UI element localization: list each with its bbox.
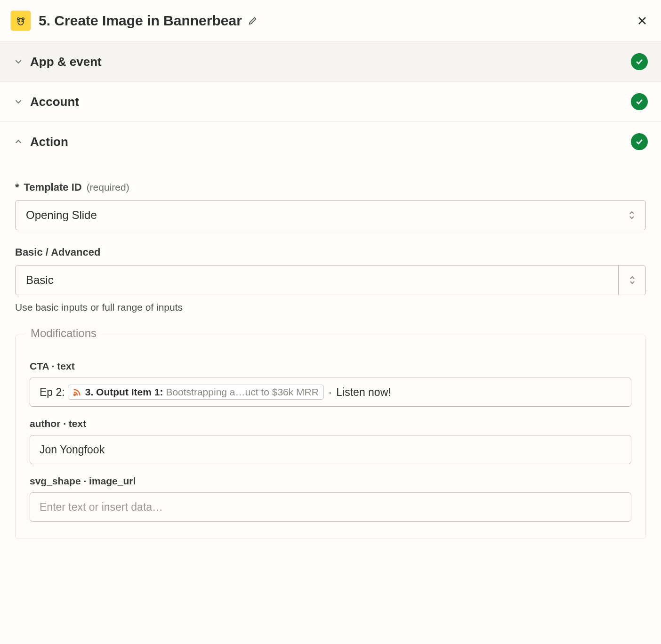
panel-title: 5. Create Image in Bannerbear xyxy=(39,13,242,29)
field-cta-text: CTA · text Ep 2: 3. Output Item 1: Boots… xyxy=(30,361,631,407)
mode-select[interactable]: Basic xyxy=(15,265,646,295)
fieldset-legend: Modifications xyxy=(26,327,101,340)
status-complete-icon xyxy=(631,93,648,110)
label-text: Basic / Advanced xyxy=(15,246,100,258)
edit-title-icon[interactable] xyxy=(248,16,258,26)
updown-icon xyxy=(628,274,637,286)
input-placeholder: Enter text or insert data… xyxy=(40,501,163,514)
field-label: * Template ID (required) xyxy=(15,181,646,193)
svg-point-4 xyxy=(22,18,24,20)
pill-value: Bootstrapping a…uct to $36k MRR xyxy=(166,386,319,398)
chevron-up-icon xyxy=(13,137,24,147)
section-title: App & event xyxy=(30,55,631,69)
select-value: Opening Slide xyxy=(16,201,618,230)
panel-header: 5. Create Image in Bannerbear xyxy=(0,0,661,42)
author-text-input[interactable]: Jon Yongfook xyxy=(30,435,631,464)
label-text: Template ID xyxy=(24,181,82,193)
section-title: Action xyxy=(30,135,631,149)
field-label: CTA · text xyxy=(30,361,631,372)
input-value: Jon Yongfook xyxy=(40,443,105,456)
field-author-text: author · text Jon Yongfook xyxy=(30,418,631,464)
svg-point-5 xyxy=(74,394,75,395)
svg-point-2 xyxy=(22,21,23,22)
field-mode: Basic / Advanced Basic Use basic inputs … xyxy=(15,246,646,313)
section-action[interactable]: Action xyxy=(0,122,661,161)
field-svg-shape: svg_shape · image_url Enter text or inse… xyxy=(30,475,631,522)
updown-icon xyxy=(628,209,636,221)
select-handle xyxy=(618,266,645,295)
cta-text-input[interactable]: Ep 2: 3. Output Item 1: Bootstrapping a…… xyxy=(30,378,631,407)
select-handle xyxy=(618,201,645,230)
template-id-select[interactable]: Opening Slide xyxy=(15,200,646,230)
data-pill[interactable]: 3. Output Item 1: Bootstrapping a…uct to… xyxy=(68,385,324,400)
status-complete-icon xyxy=(631,53,648,70)
text-prefix: Ep 2: xyxy=(40,386,65,399)
separator: · xyxy=(327,386,333,399)
modifications-fieldset: Modifications CTA · text Ep 2: 3. Output… xyxy=(15,335,646,539)
text-suffix: Listen now! xyxy=(336,386,391,399)
action-body: * Template ID (required) Opening Slide B… xyxy=(0,161,661,558)
status-complete-icon xyxy=(631,133,648,150)
field-label: Basic / Advanced xyxy=(15,246,646,258)
rss-icon xyxy=(72,387,82,397)
svg-shape-input[interactable]: Enter text or insert data… xyxy=(30,492,631,522)
pill-title: 3. Output Item 1: xyxy=(85,386,163,398)
chevron-down-icon xyxy=(13,97,24,107)
help-text: Use basic inputs or full range of inputs xyxy=(15,302,646,313)
field-label: author · text xyxy=(30,418,631,429)
field-template-id: * Template ID (required) Opening Slide xyxy=(15,181,646,230)
chevron-down-icon xyxy=(13,56,24,67)
svg-point-3 xyxy=(17,18,19,20)
section-app-event[interactable]: App & event xyxy=(0,42,661,82)
section-account[interactable]: Account xyxy=(0,82,661,122)
select-value: Basic xyxy=(16,266,618,295)
svg-point-1 xyxy=(19,21,20,22)
field-label: svg_shape · image_url xyxy=(30,475,631,487)
required-text: (required) xyxy=(87,182,129,193)
bannerbear-app-icon xyxy=(10,10,31,31)
close-icon[interactable] xyxy=(637,15,648,26)
section-title: Account xyxy=(30,95,631,109)
